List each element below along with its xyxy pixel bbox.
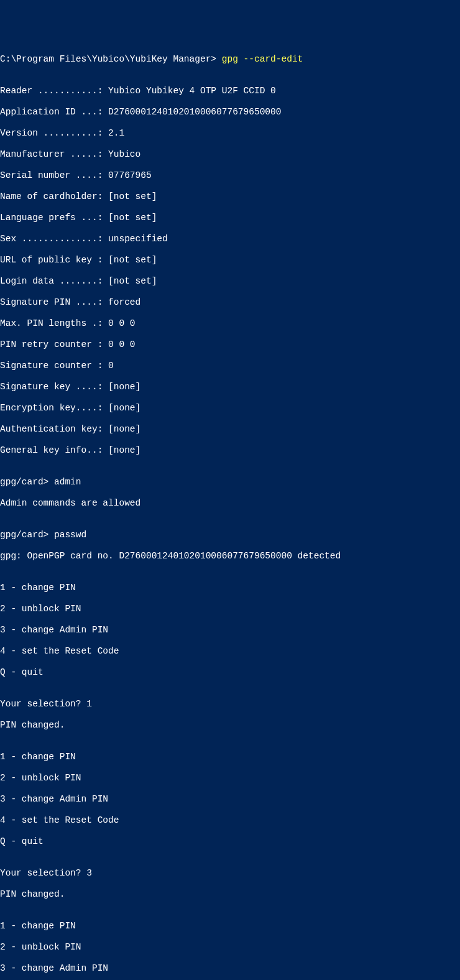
- menu-opt-3: 3 - change Admin PIN: [0, 963, 460, 974]
- card-sex: Sex ..............: unspecified: [0, 234, 460, 244]
- selection-prompt: Your selection?: [0, 699, 86, 709]
- card-sig-counter: Signature counter : 0: [0, 361, 460, 371]
- selection-value: 1: [86, 699, 92, 709]
- menu-opt-1: 1 - change PIN: [0, 921, 460, 931]
- menu-opt-2: 2 - unblock PIN: [0, 773, 460, 784]
- card-auth-key: Authentication key: [none]: [0, 424, 460, 435]
- selection-1: Your selection? 1: [0, 699, 460, 710]
- selection-value: 3: [86, 868, 92, 878]
- menu-opt-2: 2 - unblock PIN: [0, 942, 460, 953]
- command-admin: admin: [54, 477, 81, 487]
- card-gen-key: General key info..: [none]: [0, 445, 460, 456]
- card-app-id: Application ID ...: D2760001240102010006…: [0, 107, 460, 118]
- selection-3: Your selection? 3: [0, 868, 460, 879]
- menu-opt-4: 4 - set the Reset Code: [0, 815, 460, 826]
- prompt-passwd: gpg/card> passwd: [0, 530, 460, 540]
- card-pin-retry: PIN retry counter : 0 0 0: [0, 340, 460, 350]
- card-enc-key: Encryption key....: [none]: [0, 403, 460, 414]
- card-login: Login data .......: [not set]: [0, 276, 460, 287]
- menu-opt-2: 2 - unblock PIN: [0, 604, 460, 614]
- card-max-pin: Max. PIN lengths .: 0 0 0: [0, 318, 460, 329]
- card-version: Version ..........: 2.1: [0, 128, 460, 139]
- menu-opt-q: Q - quit: [0, 836, 460, 847]
- menu-opt-4: 4 - set the Reset Code: [0, 646, 460, 657]
- card-sig-pin: Signature PIN ....: forced: [0, 297, 460, 308]
- card-manufacturer: Manufacturer .....: Yubico: [0, 149, 460, 160]
- passwd-header: gpg: OpenPGP card no. D27600012401020100…: [0, 551, 460, 562]
- pin-changed: PIN changed.: [0, 889, 460, 900]
- terminal-window[interactable]: C:\Program Files\Yubico\YubiKey Manager>…: [0, 53, 460, 980]
- prompt-line: C:\Program Files\Yubico\YubiKey Manager>…: [0, 54, 460, 65]
- menu-opt-3: 3 - change Admin PIN: [0, 625, 460, 636]
- card-pubkey-url: URL of public key : [not set]: [0, 255, 460, 266]
- card-sig-key: Signature key ....: [none]: [0, 382, 460, 392]
- prompt-admin: gpg/card> admin: [0, 477, 460, 488]
- card-reader: Reader ...........: Yubico Yubikey 4 OTP…: [0, 86, 460, 96]
- menu-opt-1: 1 - change PIN: [0, 583, 460, 593]
- gpg-card-prompt: gpg/card>: [0, 477, 54, 487]
- card-lang: Language prefs ...: [not set]: [0, 213, 460, 223]
- gpg-card-prompt: gpg/card>: [0, 530, 54, 540]
- admin-response: Admin commands are allowed: [0, 498, 460, 509]
- command-passwd: passwd: [54, 530, 86, 540]
- card-cardholder: Name of cardholder: [not set]: [0, 192, 460, 202]
- menu-opt-q: Q - quit: [0, 667, 460, 678]
- selection-prompt: Your selection?: [0, 868, 86, 878]
- card-serial: Serial number ....: 07767965: [0, 170, 460, 181]
- menu-opt-3: 3 - change Admin PIN: [0, 794, 460, 805]
- command-gpg-card-edit: gpg --card-edit: [222, 54, 303, 64]
- menu-opt-1: 1 - change PIN: [0, 752, 460, 762]
- pin-changed: PIN changed.: [0, 720, 460, 731]
- path-prompt: C:\Program Files\Yubico\YubiKey Manager>: [0, 54, 222, 64]
